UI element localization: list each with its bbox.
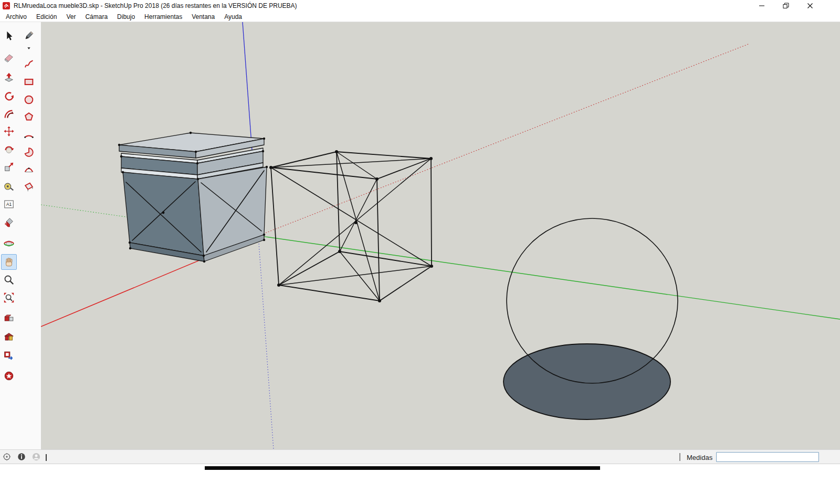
eraser-tool-glyph [3, 52, 15, 64]
info-icon-glyph [17, 452, 26, 461]
geolocation-icon-glyph [2, 452, 12, 461]
tape-measure-tool-glyph [3, 181, 15, 193]
select-tool[interactable] [1, 28, 17, 44]
menu-ventana[interactable]: Ventana [187, 12, 219, 22]
blue-axis-dotted [258, 236, 274, 449]
taskbar-fragment [205, 466, 600, 470]
line-tool-dropdown[interactable] [25, 46, 33, 51]
paint-bucket-tool-glyph [3, 217, 15, 228]
tape-measure-tool[interactable] [1, 179, 17, 195]
close-icon-glyph [807, 3, 813, 9]
components-tool[interactable] [1, 310, 17, 326]
menu-dibujo[interactable]: Dibujo [112, 12, 140, 22]
paint-bucket-tool[interactable] [1, 215, 17, 230]
signin-icon-glyph [32, 452, 41, 461]
rectangle-tool[interactable] [21, 74, 37, 90]
arc-tool-glyph [23, 129, 35, 140]
zoom-extents-tool-glyph [3, 292, 15, 303]
zoom-tool[interactable] [1, 272, 17, 288]
zoom-extents-tool[interactable] [1, 290, 17, 306]
two-point-arc-tool[interactable] [21, 162, 37, 177]
pie-tool[interactable] [21, 144, 37, 160]
freehand-tool[interactable] [21, 56, 37, 72]
cube-vertex-dots [269, 150, 433, 302]
zoom-tool-glyph [3, 274, 15, 286]
offset-tool-glyph [3, 109, 15, 120]
measurements-input[interactable] [716, 452, 819, 462]
warehouse-3d-tool[interactable] [1, 329, 17, 345]
freehand-tool-glyph [23, 58, 35, 70]
menubar: ArchivoEdiciónVerCámaraDibujoHerramienta… [0, 12, 840, 22]
window-title: RLMruedaLoca mueble3D.skp - SketchUp Pro… [14, 2, 297, 9]
circle-tool-glyph [23, 94, 35, 106]
extension-warehouse-tool-glyph [3, 370, 15, 382]
status-caret [46, 454, 47, 461]
cube-diagonals[interactable] [271, 152, 432, 301]
wireframe-cube[interactable] [269, 150, 433, 302]
polygon-tool-glyph [23, 111, 35, 123]
menu-ver[interactable]: Ver [61, 12, 80, 22]
tool-panel: A1 [0, 22, 41, 449]
circle-tool[interactable] [21, 92, 37, 108]
menu-ayuda[interactable]: Ayuda [219, 12, 247, 22]
followme-tool[interactable] [1, 89, 17, 104]
minimize-icon-glyph [759, 3, 765, 9]
move-tool[interactable] [1, 123, 17, 139]
offset-tool[interactable] [1, 107, 17, 122]
restore-icon-glyph [783, 3, 789, 9]
send-to-layout-tool[interactable] [1, 348, 17, 363]
text-tool[interactable]: A1 [1, 196, 17, 212]
followme-tool-glyph [3, 91, 15, 102]
minimize-button[interactable] [750, 0, 774, 12]
text-tool-glyph: A1 [3, 198, 15, 210]
line-tool[interactable] [21, 28, 37, 44]
menu-herramientas[interactable]: Herramientas [140, 12, 187, 22]
furniture-model[interactable] [118, 132, 268, 262]
close-button[interactable] [798, 0, 822, 12]
orbit-tool[interactable] [1, 236, 17, 251]
pushpull-tool[interactable] [1, 70, 17, 86]
restore-button[interactable] [774, 0, 798, 12]
warehouse-3d-tool-glyph [3, 331, 15, 343]
line-tool-dropdown-glyph [25, 46, 33, 50]
orbit-tool-glyph [3, 238, 15, 249]
arc-tool[interactable] [21, 127, 37, 142]
desktop-area [0, 465, 840, 504]
pushpull-tool-glyph [3, 72, 15, 83]
menu-archivo[interactable]: Archivo [1, 12, 32, 22]
section-plane-tool-glyph [23, 181, 35, 193]
measurements-toolbar-grip[interactable] [679, 453, 680, 461]
extension-warehouse-tool[interactable] [1, 368, 17, 384]
pan-tool[interactable] [1, 254, 17, 270]
two-point-arc-tool-glyph [23, 164, 35, 175]
section-plane-tool[interactable] [21, 179, 37, 195]
viewport-3d[interactable] [41, 22, 840, 449]
status-bar: Medidas [0, 449, 840, 464]
info-icon[interactable] [17, 452, 27, 463]
measurements-label: Medidas [687, 450, 712, 465]
rectangle-tool-glyph [23, 76, 35, 88]
line-tool-glyph [23, 30, 35, 41]
shadow-ellipse[interactable] [503, 344, 670, 419]
select-tool-glyph [3, 30, 15, 41]
rotate-tool[interactable] [1, 142, 17, 158]
menu-edicion[interactable]: Edición [32, 12, 61, 22]
red-axis-dotted [258, 44, 750, 236]
scale-tool[interactable] [1, 159, 17, 175]
send-to-layout-tool-glyph [3, 350, 15, 361]
pie-tool-glyph [23, 146, 35, 158]
polygon-tool[interactable] [21, 109, 37, 125]
scale-tool-glyph [3, 161, 15, 173]
pan-tool-glyph [3, 256, 15, 268]
green-axis [258, 236, 840, 319]
move-tool-glyph [3, 125, 15, 137]
title-bar: RLMruedaLoca mueble3D.skp - SketchUp Pro… [0, 0, 840, 12]
geolocation-icon[interactable] [2, 452, 13, 463]
sketchup-logo-icon [2, 2, 10, 10]
window-controls [750, 0, 822, 12]
components-tool-glyph [3, 312, 15, 324]
signin-icon[interactable] [32, 452, 42, 463]
eraser-tool[interactable] [1, 50, 17, 66]
menu-camara[interactable]: Cámara [80, 12, 112, 22]
rotate-tool-glyph [3, 144, 15, 155]
